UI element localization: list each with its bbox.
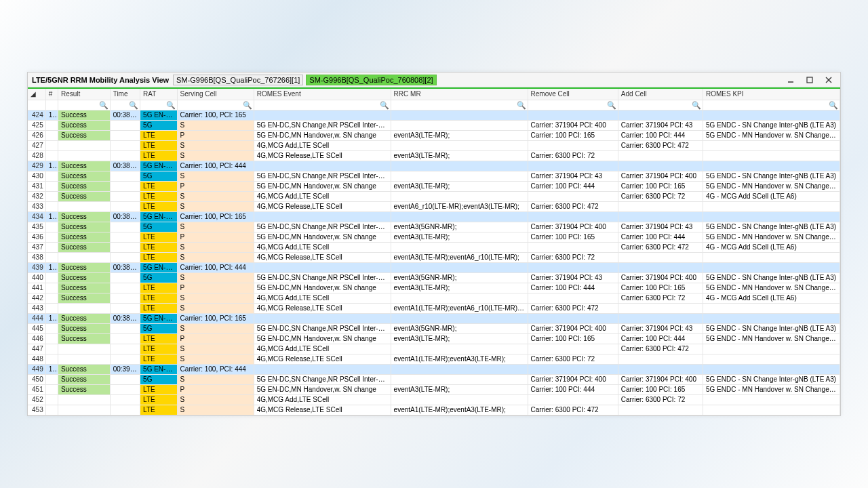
table-row[interactable]: 425Success5GS5G EN-DC,SN Change,NR PSCel…	[28, 120, 840, 130]
table-row[interactable]: 432SuccessLTES4G,MCG Add,LTE SCellCarrie…	[28, 191, 840, 201]
filter-kpi[interactable]: 🔍	[703, 100, 840, 110]
table-row[interactable]: 435Success5GS5G EN-DC,SN Change,NR PSCel…	[28, 222, 840, 232]
search-icon: 🔍	[607, 100, 616, 110]
table-row[interactable]: 443LTES4G,MCG Release,LTE SCelleventA1(L…	[28, 303, 840, 313]
device-tab-2[interactable]: SM-G996B[QS_QualiPoc_760808][2]	[306, 75, 436, 85]
cell-rem: Carrier: 100 PCI: 165	[528, 130, 618, 140]
cell-add	[618, 303, 703, 313]
cell-evt	[254, 364, 391, 374]
cell-res: Success	[58, 161, 110, 171]
cell-add: Carrier: 100 PCI: 165	[618, 181, 703, 191]
table-row[interactable]: 451SuccessLTEP5G EN-DC,MN Handover,w. SN…	[28, 384, 840, 394]
cell-n: 445	[28, 323, 45, 333]
minimize-button[interactable]	[786, 75, 795, 85]
table-row[interactable]: 431SuccessLTEP5G EN-DC,MN Handover,w. SN…	[28, 181, 840, 191]
filter-add[interactable]: 🔍	[618, 100, 703, 110]
col-rrc[interactable]: RRC MR	[391, 89, 528, 100]
col-add[interactable]: Add Cell	[618, 89, 703, 100]
cell-add: Carrier: 100 PCI: 444	[618, 130, 703, 140]
cell-time	[110, 181, 140, 191]
table-row[interactable]: 446SuccessLTEP5G EN-DC,MN Handover,w. SN…	[28, 333, 840, 344]
maximize-button[interactable]	[805, 75, 814, 85]
table-row[interactable]: 4441..Success00:38:585G EN-DCCarrier: 10…	[28, 313, 840, 323]
cell-rrc: eventA3(LTE-MR);	[391, 384, 528, 394]
table-row[interactable]: 447LTES4G,MCG Add,LTE SCellCarrier: 6300…	[28, 344, 840, 354]
table-row[interactable]: 430Success5GS5G EN-DC,SN Change,NR PSCel…	[28, 171, 840, 181]
col-event[interactable]: ROMES Event	[254, 89, 391, 100]
cell-rem: Carrier: 6300 PCI: 472	[528, 201, 618, 211]
filter-event[interactable]: 🔍	[254, 100, 391, 110]
filter-time[interactable]: 🔍	[110, 100, 140, 110]
cell-kpi	[703, 405, 840, 415]
table-row[interactable]: 4341..Success00:38:535G EN-DCCarrier: 10…	[28, 211, 840, 222]
cell-res: Success	[58, 232, 110, 242]
table-row[interactable]: 450Success5GS5G EN-DC,SN Change,NR PSCel…	[28, 374, 840, 384]
cell-rem	[528, 140, 618, 150]
table-row[interactable]: 453LTES4G,MCG Release,LTE SCelleventA1(L…	[28, 405, 840, 415]
cell-res: Success	[58, 120, 110, 130]
table-row[interactable]: 440Success5GS5G EN-DC,SN Change,NR PSCel…	[28, 272, 840, 283]
cell-evt: 5G EN-DC,SN Change,NR PSCell Inter-gNB	[254, 222, 391, 232]
table-row[interactable]: 448LTES4G,MCG Release,LTE SCelleventA1(L…	[28, 354, 840, 364]
window-controls	[782, 75, 837, 85]
cell-evt: 4G,MCG Release,LTE SCell	[254, 252, 391, 262]
cell-evt: 5G EN-DC,MN Handover,w. SN change	[254, 333, 391, 344]
table-row[interactable]: 433LTES4G,MCG Release,LTE SCelleventA6_r…	[28, 201, 840, 211]
table-row[interactable]: 428LTES4G,MCG Release,LTE SCelleventA3(L…	[28, 150, 840, 161]
device-tab-1[interactable]: SM-G996B[QS_QualiPoc_767266][1]	[173, 75, 303, 85]
cell-sc: P	[177, 333, 254, 344]
table-row[interactable]: 427LTES4G,MCG Add,LTE SCellCarrier: 6300…	[28, 140, 840, 150]
col-hash[interactable]: #	[45, 89, 58, 100]
table-row[interactable]: 445Success5GS5G EN-DC,SN Change,NR PSCel…	[28, 323, 840, 333]
cell-time: 00:39:00	[110, 364, 140, 374]
cell-sc: S	[177, 354, 254, 364]
cell-add: Carrier: 6300 PCI: 72	[618, 191, 703, 201]
cell-time	[110, 222, 140, 232]
table-row[interactable]: 438LTES4G,MCG Release,LTE SCelleventA3(L…	[28, 252, 840, 262]
filter-sort[interactable]	[28, 100, 45, 110]
cell-sc: P	[177, 232, 254, 242]
cell-kpi	[703, 161, 840, 171]
col-serving[interactable]: Serving Cell	[177, 89, 254, 100]
cell-time	[110, 394, 140, 405]
table-row[interactable]: 4491..Success00:39:005G EN-DCCarrier: 10…	[28, 364, 840, 374]
table-row[interactable]: 436SuccessLTEP5G EN-DC,MN Handover,w. SN…	[28, 232, 840, 242]
cell-sc: S	[177, 120, 254, 130]
table-row[interactable]: 4241..Success00:38:435G EN-DCCarrier: 10…	[28, 110, 840, 120]
filter-serving[interactable]: 🔍	[177, 100, 254, 110]
col-time[interactable]: Time	[110, 89, 140, 100]
cell-kpi	[703, 262, 840, 272]
cell-res: Success	[58, 171, 110, 181]
col-kpi[interactable]: ROMES KPI	[703, 89, 840, 100]
cell-sc: P	[177, 181, 254, 191]
table-row[interactable]: 4391..Success00:38:565G EN-DCCarrier: 10…	[28, 262, 840, 272]
cell-time	[110, 201, 140, 211]
table-row[interactable]: 437SuccessLTES4G,MCG Add,LTE SCellCarrie…	[28, 242, 840, 252]
window-titlebar: LTE/5GNR RRM Mobility Analysis View SM-G…	[28, 73, 840, 87]
cell-rrc: eventA1(LTE-MR);eventA3(LTE-MR);	[391, 405, 528, 415]
filter-hash[interactable]	[45, 100, 58, 110]
col-result[interactable]: Result	[58, 89, 110, 100]
cell-h	[45, 140, 58, 150]
cell-res	[58, 405, 110, 415]
filter-row: 🔍 🔍 🔍 🔍 🔍 🔍 🔍 🔍 🔍	[28, 100, 840, 110]
table-row[interactable]: 441SuccessLTEP5G EN-DC,MN Handover,w. SN…	[28, 283, 840, 293]
filter-rrc[interactable]: 🔍	[391, 100, 528, 110]
col-rat[interactable]: RAT	[140, 89, 178, 100]
cell-h	[45, 130, 58, 140]
cell-rrc	[391, 140, 528, 150]
table-row[interactable]: 4291..Success00:38:485G EN-DCCarrier: 10…	[28, 161, 840, 171]
cell-sc: S	[177, 191, 254, 201]
filter-rat[interactable]: 🔍	[140, 100, 178, 110]
table-row[interactable]: 452LTES4G,MCG Add,LTE SCellCarrier: 6300…	[28, 394, 840, 405]
filter-remove[interactable]: 🔍	[528, 100, 618, 110]
filter-result[interactable]: 🔍	[58, 100, 110, 110]
table-row[interactable]: 426SuccessLTEP5G EN-DC,MN Handover,w. SN…	[28, 130, 840, 140]
col-remove[interactable]: Remove Cell	[528, 89, 618, 100]
cell-kpi: 4G - MCG Add SCell (LTE A6)	[703, 191, 840, 201]
table-row[interactable]: 442SuccessLTES4G,MCG Add,LTE SCellCarrie…	[28, 293, 840, 303]
cell-rat: LTE	[140, 333, 178, 344]
mobility-table[interactable]: ◢ # Result Time RAT Serving Cell ROMES E…	[28, 89, 840, 415]
close-button[interactable]	[824, 75, 833, 85]
col-sort[interactable]: ◢	[28, 89, 45, 100]
